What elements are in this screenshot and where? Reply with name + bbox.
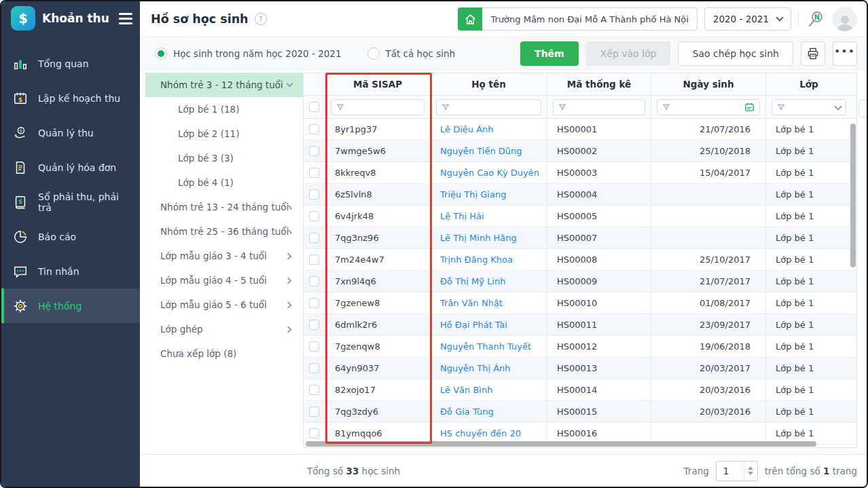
add-button[interactable]: Thêm (520, 41, 579, 66)
home-icon[interactable] (458, 7, 482, 31)
sidebar-item-tin-nhan[interactable]: Tin nhắn (1, 254, 140, 288)
row-checkbox[interactable] (309, 428, 319, 438)
chevron-right-icon (285, 326, 292, 333)
hamburger-menu-icon[interactable] (116, 10, 135, 27)
column-header-ngay-sinh[interactable]: Ngày sinh (651, 73, 766, 95)
vertical-scrollbar[interactable] (850, 119, 856, 446)
student-name-link[interactable]: Trân Văn Nhật (440, 298, 503, 308)
row-checkbox[interactable] (309, 233, 319, 243)
column-header-lop[interactable]: Lớp (766, 73, 852, 95)
tree-item-nhom-tre-25-36[interactable]: Nhóm trẻ 25 - 36 tháng tuổi (145, 219, 303, 244)
student-name-link[interactable]: Đỗ Gia Tùng (440, 407, 494, 417)
student-name-link[interactable]: Nguyễn Tiến Dũng (440, 146, 522, 156)
row-checkbox[interactable] (309, 298, 319, 308)
filter-dropdown-lop[interactable] (772, 99, 846, 115)
cell-ma-sisap: 82xojo17 (325, 379, 431, 400)
table-row: 8yr1pg37 Lê Diệu Ánh HS00001 21/07/2016 … (304, 119, 856, 140)
filter-input-ngay-sinh[interactable] (657, 99, 760, 115)
avatar[interactable] (833, 7, 857, 31)
column-header-ho-ten[interactable]: Họ tên (431, 73, 547, 95)
vertical-scrollbar-thumb[interactable] (850, 124, 856, 267)
print-button[interactable] (801, 41, 825, 66)
student-name-link[interactable]: HS chuyển đến 20 (440, 428, 521, 438)
filter-input-ma-sisap[interactable] (331, 99, 424, 115)
cell-ma-thong-ke: HS00001 (547, 119, 651, 140)
row-checkbox[interactable] (309, 385, 319, 395)
student-name-link[interactable]: Lê Văn Bình (440, 385, 492, 395)
tree-item-label: Nhóm trẻ 13 - 24 tháng tuổi (160, 202, 289, 212)
tree-item-lop-be-4[interactable]: Lớp bé 4 (1) (145, 170, 303, 195)
tree-item-mau-giao-4-5[interactable]: Lớp mẫu giáo 4 - 5 tuổi (145, 268, 303, 293)
row-checkbox[interactable] (309, 146, 319, 156)
filter-input-ma-thong-ke[interactable] (553, 99, 645, 115)
student-name-link[interactable]: Nguyễn Cao Kỳ Duyên (440, 168, 539, 178)
cell-ngay-sinh: 21/07/2016 (651, 119, 766, 140)
row-checkbox[interactable] (309, 211, 319, 221)
tree-item-lop-be-3[interactable]: Lớp bé 3 (3) (145, 146, 303, 170)
calendar-icon[interactable] (744, 102, 755, 112)
sidebar-item-so-phai-thu-phai-tra[interactable]: $ Sổ phải thu, phải trả (1, 185, 140, 219)
tree-item-lop-ghep[interactable]: Lớp ghép (145, 317, 303, 341)
row-checkbox[interactable] (309, 363, 319, 373)
student-name-link[interactable]: Lệ Thị Hải (440, 211, 484, 221)
cell-ma-sisap: 7m24e4w7 (325, 249, 431, 270)
radio-all-students[interactable]: Tất cả học sinh (367, 48, 456, 60)
student-name-link[interactable]: Lê Diệu Ánh (440, 124, 494, 134)
tree-item-nhom-tre-3-12[interactable]: Nhóm trẻ 3 - 12 tháng tuổi (145, 73, 303, 97)
row-checkbox[interactable] (309, 407, 319, 417)
row-checkbox[interactable] (309, 341, 319, 352)
sidebar-item-lap-ke-hoach-thu[interactable]: $ Lập kế hoạch thu (1, 81, 140, 115)
student-name-link[interactable]: Triệu Thị Giang (440, 189, 506, 200)
tree-item-chua-xep-lop[interactable]: Chưa xếp lớp (8) (145, 341, 303, 366)
row-checkbox[interactable] (309, 320, 319, 330)
row-checkbox[interactable] (309, 255, 319, 265)
stepper-down-icon[interactable] (748, 472, 753, 475)
school-selector[interactable]: Trường Mầm non Đại Mỗ A Thành phố Hà Nội (458, 7, 697, 31)
student-name-link[interactable]: Trịnh Đăng Khoa (440, 255, 513, 265)
cell-ma-thong-ke: HS00014 (547, 379, 651, 400)
sidebar-item-bao-cao[interactable]: Báo cáo (1, 219, 140, 254)
radio-students-in-year[interactable]: Học sinh trong năm học 2020 - 2021 (155, 48, 342, 60)
tree-item-nhom-tre-13-24[interactable]: Nhóm trẻ 13 - 24 tháng tuổi (145, 195, 303, 219)
cell-lop: Lớp bé 1 (766, 336, 852, 357)
copy-students-button[interactable]: Sao chép học sinh (678, 41, 793, 66)
row-checkbox[interactable] (309, 189, 319, 200)
sidebar-item-quan-ly-hoa-don[interactable]: Quản lý hóa đơn (1, 150, 140, 185)
select-all-checkbox[interactable] (309, 102, 319, 112)
filter-input-ho-ten[interactable] (436, 99, 541, 115)
sidebar-item-he-thong[interactable]: Hệ thống (1, 288, 140, 323)
sidebar-item-quan-ly-thu[interactable]: $ Quản lý thu (1, 115, 140, 150)
filter-icon (662, 103, 670, 111)
help-icon[interactable]: ? (255, 13, 267, 25)
student-name-link[interactable]: Hồ Đại Phát Tài (440, 320, 507, 330)
stepper-up-icon[interactable] (748, 466, 753, 470)
tree-item-lop-be-2[interactable]: Lớp bé 2 (11) (145, 121, 303, 146)
sidebar-item-label: Quản lý thu (38, 128, 94, 138)
student-name-link[interactable]: Nguyễn Thanh Tuyết (440, 341, 531, 352)
sidebar-item-label: Tổng quan (38, 58, 89, 69)
page-stepper[interactable] (744, 462, 757, 481)
table-row: 7m24e4w7 Trịnh Đăng Khoa HS00008 25/10/2… (304, 249, 856, 271)
column-header-ma-thong-ke[interactable]: Mã thống kê (547, 73, 651, 95)
tree-item-lop-be-1[interactable]: Lớp bé 1 (18) (145, 97, 303, 121)
student-name-link[interactable]: Nguyễn Thị Ánh (440, 363, 511, 373)
sidebar-item-label: Báo cáo (38, 231, 76, 242)
column-header-ma-sisap[interactable]: Mã SISAP (325, 73, 431, 95)
school-year-dropdown[interactable]: 2020 - 2021 (704, 7, 791, 31)
cell-lop: Lớp bé 1 (766, 162, 852, 183)
cell-ma-thong-ke: HS00008 (547, 249, 651, 270)
row-checkbox[interactable] (309, 168, 319, 178)
horizontal-scrollbar-thumb[interactable] (306, 441, 816, 447)
sidebar-item-tong-quan[interactable]: Tổng quan (1, 46, 140, 81)
more-options-button[interactable]: ••• (833, 41, 857, 66)
search-icon[interactable]: N (806, 9, 826, 29)
student-name-link[interactable]: Đỗ Thị Mỹ Linh (440, 276, 505, 286)
tree-item-mau-giao-5-6[interactable]: Lớp mẫu giáo 5 - 6 tuổi (145, 293, 303, 317)
row-checkbox[interactable] (309, 276, 319, 286)
sidebar-item-label: Quản lý hóa đơn (38, 162, 116, 173)
assign-class-button[interactable]: Xếp vào lớp (586, 41, 671, 66)
tree-item-mau-giao-3-4[interactable]: Lớp mẫu giáo 3 - 4 tuổi (145, 244, 303, 268)
student-name-link[interactable]: Lê Thị Minh Hằng (440, 233, 517, 243)
page-number-input[interactable]: 1 (716, 461, 758, 481)
row-checkbox[interactable] (309, 124, 319, 134)
